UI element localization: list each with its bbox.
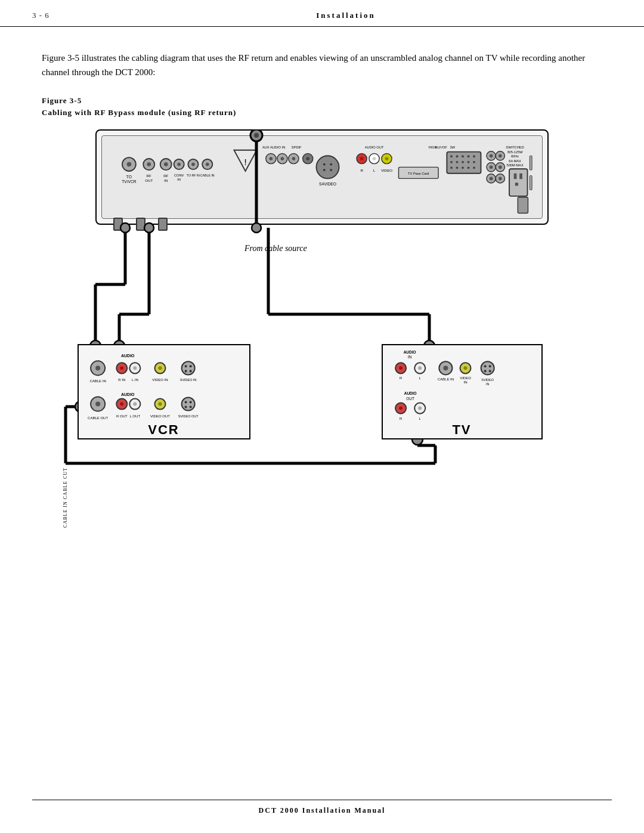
svg-point-74 <box>499 154 502 157</box>
svg-text:AUDIO: AUDIO <box>404 350 416 354</box>
svg-point-129 <box>133 366 137 370</box>
vcr-device: AUDIO CABLE IN R IN L IN VIDEO IN <box>78 344 250 439</box>
svg-text:SVIDEO IN: SVIDEO IN <box>180 378 197 382</box>
svg-text:L IN: L IN <box>132 378 138 382</box>
svg-point-67 <box>456 166 459 169</box>
svg-point-186 <box>484 370 487 372</box>
svg-rect-89 <box>514 174 517 179</box>
svg-point-56 <box>450 155 453 157</box>
svg-rect-88 <box>509 169 527 196</box>
svg-text:AUDIO: AUDIO <box>404 391 417 395</box>
svg-text:SVIDEO OUT: SVIDEO OUT <box>178 414 199 418</box>
svg-text:500M MAX: 500M MAX <box>506 163 523 167</box>
svg-point-72 <box>490 154 493 157</box>
svg-text:VIDEO OUT: VIDEO OUT <box>150 414 170 418</box>
svg-point-187 <box>489 370 491 372</box>
svg-text:IN: IN <box>486 382 490 386</box>
svg-text:VIDEO IN: VIDEO IN <box>152 378 168 382</box>
svg-point-27 <box>269 157 273 160</box>
vcr-back-panel-svg: AUDIO CABLE IN R IN L IN VIDEO IN <box>79 345 249 438</box>
svg-point-142 <box>95 402 100 407</box>
svg-point-82 <box>499 177 502 181</box>
svg-rect-90 <box>519 174 522 179</box>
svg-text:!: ! <box>244 157 246 167</box>
svg-text:IN: IN <box>408 355 412 359</box>
svg-rect-183 <box>481 361 494 374</box>
svg-point-180 <box>464 366 467 370</box>
page-title: Installation <box>80 11 612 20</box>
svg-text:R: R <box>400 376 402 380</box>
svg-rect-153 <box>182 398 195 411</box>
svg-point-60 <box>473 155 475 157</box>
svg-text:AUDIO OUT: AUDIO OUT <box>365 145 384 149</box>
svg-rect-134 <box>182 361 195 374</box>
svg-text:CABLE IN: CABLE IN <box>200 174 215 177</box>
svg-point-39 <box>330 169 332 171</box>
svg-text:ELF/OF: ELF/OF <box>435 145 447 149</box>
svg-point-33 <box>306 157 309 160</box>
svg-point-69 <box>467 166 470 169</box>
svg-point-62 <box>456 161 459 163</box>
svg-point-61 <box>450 161 453 163</box>
svg-text:CONV: CONV <box>174 174 184 177</box>
svg-point-151 <box>158 402 162 406</box>
svg-text:60Hz: 60Hz <box>511 154 519 158</box>
svg-point-91 <box>515 182 519 186</box>
svg-point-154 <box>185 401 187 404</box>
svg-text:L: L <box>373 168 376 172</box>
svg-point-136 <box>190 365 192 367</box>
svg-point-29 <box>281 157 284 160</box>
svg-point-169 <box>443 366 448 370</box>
svg-text:VIDEO: VIDEO <box>381 168 392 172</box>
svg-text:305-125W: 305-125W <box>507 150 523 154</box>
cabling-diagram: TO TV/VCR RF OUT RF IN CONV <box>48 129 596 547</box>
svg-point-9 <box>164 162 168 166</box>
svg-rect-92 <box>518 197 528 213</box>
cable-in-cut-label: CABLE IN CABLE CUT <box>63 467 68 528</box>
dct-back-panel-svg: TO TV/VCR RF OUT RF IN CONV <box>102 136 542 218</box>
main-content: Figure 3-5 illustrates the cabling diagr… <box>0 27 644 594</box>
svg-text:TV/VCR: TV/VCR <box>122 179 137 184</box>
page-header: 3 - 6 Installation <box>0 0 644 27</box>
svg-point-58 <box>462 155 464 157</box>
svg-point-68 <box>462 166 464 169</box>
svg-point-185 <box>489 365 491 367</box>
svg-text:L OUT: L OUT <box>130 414 141 418</box>
svg-point-43 <box>373 157 376 160</box>
svg-text:L: L <box>419 417 422 420</box>
svg-text:AUDIO: AUDIO <box>121 354 135 358</box>
svg-point-138 <box>190 370 192 372</box>
svg-point-76 <box>490 165 493 169</box>
svg-point-64 <box>467 161 470 163</box>
svg-point-66 <box>450 166 453 169</box>
figure-caption: Cabling with RF Bypass module (using RF … <box>42 108 602 117</box>
svg-text:SVIDEO: SVIDEO <box>481 378 494 382</box>
svg-text:S4VIDEO: S4VIDEO <box>319 182 336 186</box>
svg-point-137 <box>185 370 187 372</box>
svg-text:TO RF IN: TO RF IN <box>187 174 200 177</box>
svg-text:RF: RF <box>147 174 151 178</box>
svg-text:3W: 3W <box>450 145 456 149</box>
svg-rect-93 <box>530 156 532 170</box>
footer-text: DCT 2000 Installation Manual <box>259 806 386 815</box>
svg-text:OUT: OUT <box>145 178 153 182</box>
svg-point-132 <box>158 366 162 370</box>
svg-rect-94 <box>530 176 532 190</box>
svg-point-45 <box>385 157 389 160</box>
cable-source-label: From cable source <box>244 244 307 253</box>
svg-point-135 <box>185 365 187 367</box>
dct-inner-panel: TO TV/VCR RF OUT RF IN CONV <box>101 135 543 219</box>
svg-point-20 <box>206 163 209 166</box>
svg-text:IN: IN <box>164 178 168 182</box>
svg-text:CABLE OUT: CABLE OUT <box>88 416 108 420</box>
svg-text:RF: RF <box>163 174 168 178</box>
svg-text:R: R <box>360 168 363 172</box>
svg-point-70 <box>473 166 475 169</box>
svg-point-78 <box>499 165 502 169</box>
svg-text:L: L <box>419 376 422 380</box>
page-footer: DCT 2000 Installation Manual <box>32 800 612 815</box>
svg-point-41 <box>360 157 364 160</box>
f-connector-1 <box>113 218 123 231</box>
svg-point-156 <box>185 406 187 408</box>
svg-point-123 <box>95 366 100 370</box>
